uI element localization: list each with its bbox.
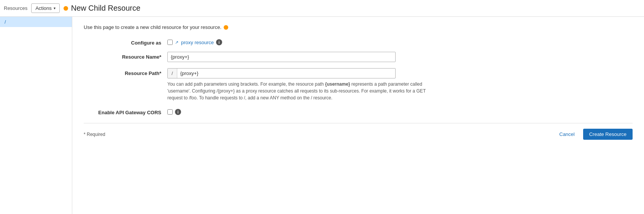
- form-section: Configure as ↗ proxy resource i: [84, 38, 426, 115]
- sidebar: /: [0, 17, 72, 214]
- content-area: Use this page to create a new child reso…: [72, 17, 644, 214]
- footer: * Required Cancel Create Resource: [84, 123, 633, 140]
- main-layout: / Use this page to create a new child re…: [0, 17, 644, 214]
- resource-path-label: Resource Path*: [84, 68, 167, 76]
- chevron-down-icon: ▾: [54, 6, 56, 10]
- sidebar-item-root[interactable]: /: [0, 17, 72, 27]
- actions-label: Actions: [35, 5, 52, 11]
- intro-text: Use this page to create a new child reso…: [84, 24, 221, 30]
- cors-control: i: [167, 107, 426, 115]
- cors-checkbox-row: i: [167, 107, 426, 115]
- help-text-bold: {username}: [325, 81, 350, 87]
- path-prefix: /: [168, 69, 177, 78]
- resources-label: Resources: [4, 5, 27, 11]
- configure-as-row: Configure as ↗ proxy resource i: [84, 38, 426, 46]
- external-link-icon: ↗: [175, 40, 180, 45]
- configure-as-proxy-checkbox[interactable]: [167, 40, 173, 45]
- resource-name-control: [167, 52, 426, 62]
- create-resource-button[interactable]: Create Resource: [583, 129, 633, 140]
- cancel-button[interactable]: Cancel: [555, 129, 579, 139]
- cors-checkbox[interactable]: [167, 109, 173, 115]
- resource-path-control: / You can add path parameters using brac…: [167, 68, 426, 101]
- help-text: You can add path parameters using bracke…: [167, 81, 426, 101]
- warning-dot-icon: [64, 6, 68, 11]
- path-input-wrap: /: [167, 68, 396, 78]
- proxy-resource-link[interactable]: ↗ proxy resource: [175, 40, 214, 45]
- intro-text-row: Use this page to create a new child reso…: [84, 24, 633, 30]
- cors-label: Enable API Gateway CORS: [84, 107, 167, 115]
- configure-as-control: ↗ proxy resource i: [167, 38, 426, 45]
- configure-as-label: Configure as: [84, 38, 167, 46]
- required-note: * Required: [84, 132, 105, 137]
- footer-buttons: Cancel Create Resource: [555, 129, 633, 140]
- info-orange-dot-icon: [224, 25, 228, 30]
- actions-button[interactable]: Actions ▾: [31, 3, 60, 13]
- cors-info-icon[interactable]: i: [175, 109, 181, 115]
- sidebar-item-label: /: [5, 19, 6, 25]
- page-title: New Child Resource: [71, 4, 140, 13]
- help-text-1: You can add path parameters using bracke…: [167, 81, 325, 87]
- resource-name-row: Resource Name*: [84, 52, 426, 62]
- resource-name-input[interactable]: [167, 52, 396, 62]
- proxy-resource-link-text: proxy resource: [181, 40, 214, 45]
- proxy-resource-row: ↗ proxy resource i: [167, 38, 426, 45]
- proxy-resource-info-icon[interactable]: i: [216, 39, 222, 45]
- cors-row: Enable API Gateway CORS i: [84, 107, 426, 115]
- resource-path-row: Resource Path* / You can add path parame…: [84, 68, 426, 101]
- resource-name-label: Resource Name*: [84, 52, 167, 60]
- top-bar: Resources Actions ▾ New Child Resource: [0, 0, 644, 17]
- resource-path-input[interactable]: [177, 69, 395, 78]
